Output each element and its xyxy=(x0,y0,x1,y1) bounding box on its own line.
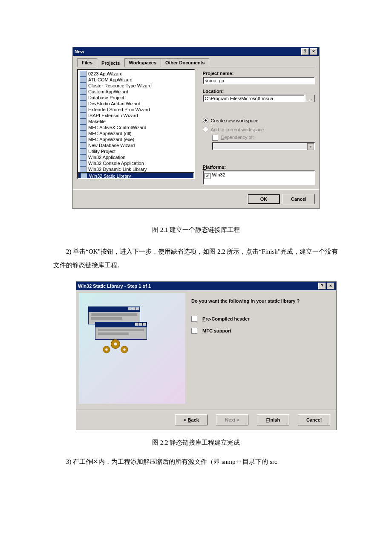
help-icon[interactable]: ? xyxy=(301,48,309,55)
body-paragraph-2: 2) 单击“OK”按钮，进入下一步，使用缺省选项，如图 2.2 所示，点击“Fi… xyxy=(53,245,339,272)
list-item: MFC AppWizard (dll) xyxy=(78,130,194,136)
list-item: ATL COM AppWizard xyxy=(78,77,194,83)
wizard-icon xyxy=(80,130,86,136)
chevron-down-icon: ▼ xyxy=(307,143,314,150)
list-item: Extended Stored Proc Wizard xyxy=(78,107,194,113)
titlebar: Win32 Static Library - Step 1 of 1 ? × xyxy=(76,282,336,290)
wizard-icon xyxy=(80,89,86,95)
checkbox[interactable] xyxy=(191,316,197,322)
tab-other-documents[interactable]: Other Documents xyxy=(161,58,209,67)
wizard-icon xyxy=(80,124,86,130)
next-button: Next > xyxy=(216,414,248,425)
tab-files[interactable]: Files xyxy=(77,58,97,67)
list-item: Win32 Dynamic-Link Library xyxy=(78,166,194,172)
figure-2-2-caption: 图 2.2 静态链接库工程建立完成 xyxy=(0,439,392,447)
close-icon[interactable]: × xyxy=(310,48,317,55)
wizard-icon xyxy=(80,113,86,119)
wizard-icon xyxy=(80,119,86,124)
wizard-graphic xyxy=(79,293,185,404)
list-item: 0223 AppWizard xyxy=(78,71,194,77)
svg-point-1 xyxy=(105,348,108,351)
dependency-select xyxy=(212,142,315,150)
project-name-label: Project name: xyxy=(203,71,315,76)
option-precompiled-header[interactable]: Pre-Compiled header Pre-Compiled header xyxy=(191,316,326,322)
wizard-question: Do you want the following in your static… xyxy=(191,298,326,304)
list-item: MFC ActiveX ControlWizard xyxy=(78,124,194,130)
wizard-icon xyxy=(80,136,86,142)
cancel-button[interactable]: Cancel xyxy=(298,414,330,425)
wizard-icon xyxy=(80,148,86,154)
figure-2-1-caption: 图 2.1 建立一个静态链接库工程 xyxy=(0,226,392,234)
radio-add-to-workspace: Add to current workspace Add to current … xyxy=(203,127,315,132)
platforms-list[interactable]: ✔Win32 xyxy=(203,171,315,185)
wizard-icon xyxy=(80,142,86,148)
project-type-list[interactable]: 0223 AppWizard ATL COM AppWizard Cluster… xyxy=(77,69,195,179)
list-item: Win32 Console Application xyxy=(78,160,194,166)
wizard-icon xyxy=(80,107,86,113)
location-label: Location: xyxy=(203,89,315,94)
cancel-button[interactable]: Cancel xyxy=(282,194,315,204)
list-item: Utility Project xyxy=(78,148,194,154)
wizard-icon xyxy=(80,101,86,107)
button-bar: < Back< Back Next > FinishFinish Cancel xyxy=(76,410,336,430)
help-icon[interactable]: ? xyxy=(318,283,326,289)
titlebar: New ? × xyxy=(73,47,319,56)
tab-workspaces[interactable]: Workspaces xyxy=(124,58,161,67)
list-item: Cluster Resource Type Wizard xyxy=(78,83,194,89)
new-project-dialog: New ? × Files Projects Workspaces Other … xyxy=(72,47,320,209)
tab-projects[interactable]: Projects xyxy=(97,59,124,67)
wizard-icon xyxy=(80,83,86,89)
list-item: Makefile xyxy=(78,119,194,124)
wizard-icon xyxy=(80,154,86,160)
list-item: Database Project xyxy=(78,95,194,101)
wizard-icon xyxy=(80,71,86,77)
list-item: ISAPI Extension Wizard xyxy=(78,113,194,119)
dependency-label: Dependency of: xyxy=(221,135,254,140)
body-paragraph-3: 3) 在工作区内，为工程添加解压缩后的所有源文件（即 snmp++目录下的 sr… xyxy=(53,455,339,469)
wizard-icon xyxy=(81,173,87,179)
list-item: Win32 Application xyxy=(78,154,194,160)
location-input[interactable] xyxy=(203,95,305,102)
ok-button[interactable]: OK xyxy=(248,194,280,204)
wizard-icon xyxy=(80,166,86,172)
dialog-title: New xyxy=(75,49,84,54)
wizard-dialog: Win32 Static Library - Step 1 of 1 ? × xyxy=(76,281,337,430)
wizard-icon xyxy=(80,77,86,83)
list-item: MFC AppWizard (exe) xyxy=(78,136,194,142)
platform-checkbox[interactable]: ✔ xyxy=(205,173,210,179)
dependency-checkbox xyxy=(212,135,218,141)
project-name-input[interactable] xyxy=(203,77,315,84)
browse-button[interactable]: ... xyxy=(306,95,315,102)
option-mfc-support[interactable]: MFC support MFC support xyxy=(191,328,326,334)
tab-strip: Files Projects Workspaces Other Document… xyxy=(77,58,315,67)
button-bar: OK Cancel xyxy=(73,189,319,208)
list-item: New Database Wizard xyxy=(78,142,194,148)
back-button[interactable]: < Back< Back xyxy=(175,414,208,425)
checkbox[interactable] xyxy=(191,328,197,334)
wizard-icon xyxy=(80,95,86,101)
list-item: DevStudio Add-in Wizard xyxy=(78,101,194,107)
list-item-selected: Win32 Static Library xyxy=(78,172,194,179)
wizard-icon xyxy=(80,160,86,166)
close-icon[interactable]: × xyxy=(327,283,334,289)
list-item: Custom AppWizard xyxy=(78,89,194,95)
platforms-label: Platforms: xyxy=(203,165,315,170)
svg-point-5 xyxy=(123,348,126,351)
svg-point-3 xyxy=(114,343,117,346)
gear-icon xyxy=(120,345,129,354)
radio-create-new-workspace[interactable]: CCreate new workspacereate new workspace xyxy=(203,118,315,123)
dialog-title: Win32 Static Library - Step 1 of 1 xyxy=(78,283,151,289)
finish-button[interactable]: FinishFinish xyxy=(257,414,289,425)
